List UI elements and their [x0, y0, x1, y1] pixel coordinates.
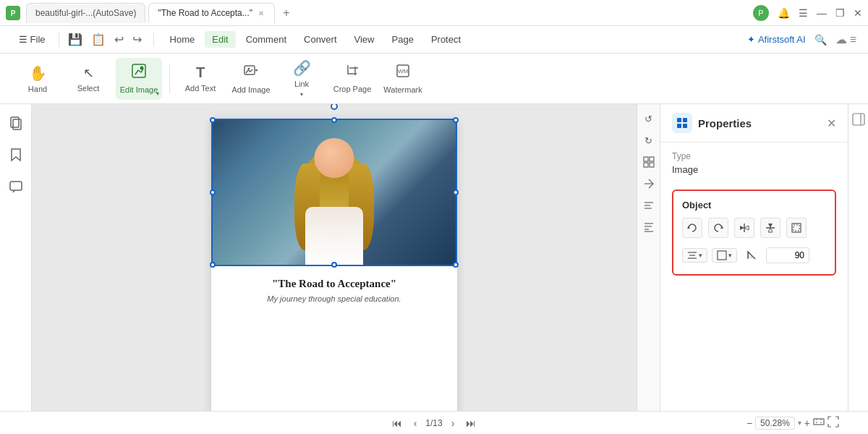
minimize-button[interactable]: —	[817, 7, 827, 19]
zoom-value: 50.28%	[755, 417, 795, 430]
cloud-sync-icon[interactable]: ☁	[835, 33, 847, 46]
tab-1[interactable]: beautiful-girl-...(AutoSave)	[26, 3, 145, 23]
watermark-icon: WM	[395, 63, 411, 82]
save-icon[interactable]: 💾	[65, 33, 85, 46]
toggle-panel-button[interactable]	[852, 113, 865, 128]
handle-tl[interactable]	[210, 117, 216, 123]
align-dropdown[interactable]: ▾	[682, 248, 707, 263]
angle-input[interactable]	[766, 247, 809, 263]
menu-view[interactable]: View	[347, 31, 382, 48]
ai-button[interactable]: ✦ Afirstsoft AI	[747, 34, 806, 45]
fullscreen-button[interactable]	[827, 416, 839, 430]
add-text-tool[interactable]: T Add Text	[177, 58, 224, 100]
properties-close-button[interactable]: ✕	[827, 116, 836, 130]
nav-last-button[interactable]: ⏭	[463, 416, 479, 430]
menu-file[interactable]: ☰ File	[12, 31, 53, 48]
object-bottom-row: ▾ ▾	[682, 245, 826, 265]
ai-icon: ✦	[747, 34, 755, 45]
rotate-cw-button[interactable]: ↻	[640, 132, 658, 149]
copy-icon[interactable]: 📋	[88, 33, 109, 46]
menu-page[interactable]: Page	[385, 31, 421, 48]
document-canvas: "The Road to Acceptance" My journey thro…	[211, 119, 457, 411]
close-button[interactable]: ✕	[854, 7, 862, 19]
svg-rect-38	[814, 419, 824, 425]
svg-point-5	[248, 68, 250, 70]
obj-crop-button[interactable]	[786, 218, 807, 238]
rotation-handle[interactable]	[331, 104, 338, 110]
svg-rect-13	[644, 157, 648, 161]
zoom-out-button[interactable]: −	[746, 417, 752, 429]
sidebar-comments-icon[interactable]	[6, 176, 26, 197]
toolbar: ✋ Hand ↖ Select Edit Image ▾ T Add Text …	[0, 54, 868, 104]
object-label: Object	[682, 200, 826, 210]
handle-br[interactable]	[453, 262, 459, 268]
handle-ml[interactable]	[210, 190, 216, 195]
align-button[interactable]	[640, 197, 658, 214]
extract-button[interactable]	[640, 175, 658, 192]
svg-rect-31	[793, 225, 799, 231]
notification-icon[interactable]: 🔔	[778, 7, 790, 19]
search-button[interactable]: 🔍	[814, 34, 827, 46]
nav-first-button[interactable]: ⏮	[389, 416, 405, 430]
handle-tr[interactable]	[453, 117, 459, 123]
svg-rect-25	[683, 118, 687, 122]
handle-tm[interactable]	[331, 117, 337, 123]
svg-text:WM: WM	[398, 68, 409, 75]
menu-edit[interactable]: Edit	[205, 31, 235, 48]
menu-convert[interactable]: Convert	[297, 31, 344, 48]
svg-point-3	[140, 67, 144, 70]
zoom-in-button[interactable]: +	[804, 417, 810, 429]
menu-home[interactable]: Home	[163, 31, 203, 48]
redo-icon[interactable]: ↪	[129, 33, 145, 46]
nav-next-button[interactable]: ›	[448, 416, 458, 430]
obj-rotate-cw-button[interactable]	[708, 218, 728, 238]
restore-button[interactable]: ❐	[835, 7, 845, 19]
menu-comment[interactable]: Comment	[239, 31, 294, 48]
zoom-dropdown-arrow[interactable]: ▾	[798, 419, 801, 427]
obj-rotate-ccw-button[interactable]	[682, 218, 702, 238]
watermark-tool[interactable]: WM Watermark	[380, 58, 426, 100]
handle-bm[interactable]	[331, 262, 337, 268]
obj-flip-h-button[interactable]	[734, 218, 754, 238]
select-tool[interactable]: ↖ Select	[65, 58, 111, 100]
menu-protect[interactable]: Protect	[424, 31, 468, 48]
grid-button[interactable]	[640, 153, 658, 171]
handle-bl[interactable]	[210, 262, 216, 268]
handle-mr[interactable]	[453, 190, 459, 195]
selected-image[interactable]	[211, 119, 457, 266]
link-tool[interactable]: 🔗 Link ▾	[278, 58, 325, 100]
image-content	[213, 120, 456, 265]
document-area[interactable]: "The Road to Acceptance" My journey thro…	[32, 104, 637, 411]
main-area: "The Road to Acceptance" My journey thro…	[0, 104, 868, 411]
panel-toggle-icon[interactable]: ≡	[850, 33, 856, 46]
crop-page-tool[interactable]: Crop Page	[329, 58, 375, 100]
rotate-ccw-button[interactable]: ↺	[640, 110, 658, 127]
tab-2[interactable]: "The Road to Accepta..." ✕	[148, 3, 275, 23]
obj-flip-v-button[interactable]	[760, 218, 780, 238]
hand-tool[interactable]: ✋ Hand	[14, 58, 61, 100]
sidebar-pages-icon[interactable]	[6, 113, 26, 133]
svg-rect-26	[677, 124, 681, 128]
border-dropdown[interactable]: ▾	[712, 248, 737, 263]
menu-icon[interactable]: ☰	[799, 7, 808, 19]
svg-rect-15	[644, 163, 648, 167]
new-tab-button[interactable]: +	[278, 4, 295, 22]
type-label: Type	[672, 151, 836, 161]
add-text-icon: T	[196, 64, 205, 81]
tab-bar: beautiful-girl-...(AutoSave) "The Road t…	[26, 3, 753, 23]
bottom-bar: ⏮ ‹ 1/13 › ⏭ − 50.28% ▾ +	[0, 411, 868, 434]
undo-icon[interactable]: ↩	[111, 33, 127, 46]
object-section: Object	[672, 190, 836, 276]
svg-rect-27	[683, 124, 687, 128]
sidebar-bookmarks-icon[interactable]	[6, 145, 26, 165]
nav-prev-button[interactable]: ‹	[411, 416, 420, 430]
distribute-button[interactable]	[640, 218, 658, 236]
edit-image-tool[interactable]: Edit Image ▾	[116, 58, 162, 100]
left-sidebar	[0, 104, 32, 411]
select-label: Select	[77, 84, 100, 93]
tab-2-close[interactable]: ✕	[257, 9, 265, 17]
object-tools-row	[682, 218, 826, 238]
properties-panel: Properties ✕ Type Image Object	[660, 104, 848, 411]
fit-page-button[interactable]	[813, 416, 825, 430]
add-image-tool[interactable]: Add Image	[228, 58, 274, 100]
